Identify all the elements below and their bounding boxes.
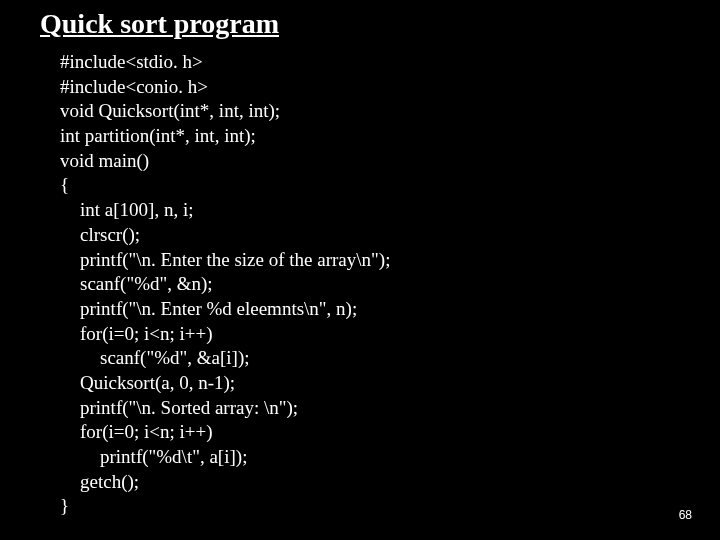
code-line: printf("%d\t", a[i]); [60, 445, 680, 470]
code-line: { [60, 173, 680, 198]
code-line: printf("\n. Sorted array: \n"); [60, 396, 680, 421]
code-line: for(i=0; i<n; i++) [60, 322, 680, 347]
page-title: Quick sort program [40, 8, 680, 40]
code-line: getch(); [60, 470, 680, 495]
code-line: #include<conio. h> [60, 75, 680, 100]
code-block: #include<stdio. h> #include<conio. h> vo… [40, 50, 680, 519]
code-line: Quicksort(a, 0, n-1); [60, 371, 680, 396]
page-number: 68 [679, 508, 692, 522]
code-line: scanf("%d", &n); [60, 272, 680, 297]
code-line: } [60, 494, 680, 519]
code-line: clrscr(); [60, 223, 680, 248]
code-line: int a[100], n, i; [60, 198, 680, 223]
code-line: void Quicksort(int*, int, int); [60, 99, 680, 124]
code-line: for(i=0; i<n; i++) [60, 420, 680, 445]
code-line: void main() [60, 149, 680, 174]
code-line: #include<stdio. h> [60, 50, 680, 75]
code-line: printf("\n. Enter the size of the array\… [60, 248, 680, 273]
code-line: printf("\n. Enter %d eleemnts\n", n); [60, 297, 680, 322]
code-line: scanf("%d", &a[i]); [60, 346, 680, 371]
code-line: int partition(int*, int, int); [60, 124, 680, 149]
slide: Quick sort program #include<stdio. h> #i… [0, 0, 720, 540]
